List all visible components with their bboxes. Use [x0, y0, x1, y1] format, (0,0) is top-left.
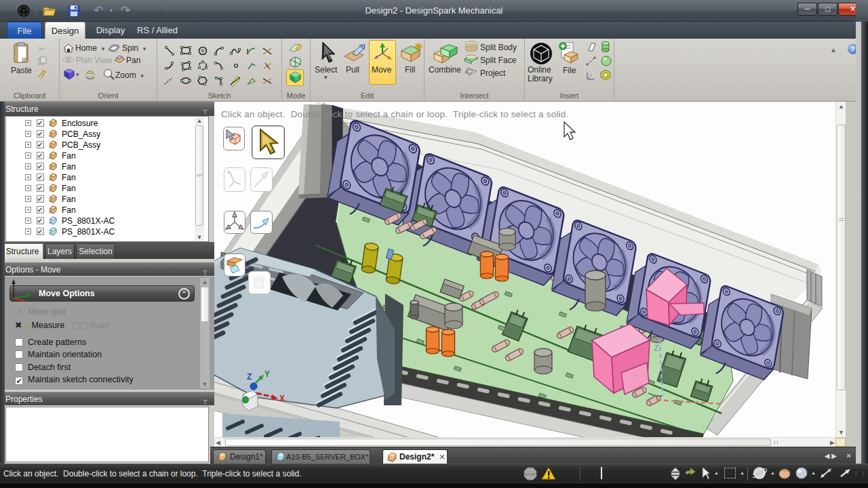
svg-text:Z: Z — [654, 343, 659, 353]
svg-text:STOP: STOP — [526, 472, 536, 476]
svg-text:X: X — [279, 394, 285, 403]
svg-text:Z: Z — [247, 372, 252, 382]
svg-text:Y: Y — [264, 369, 270, 379]
